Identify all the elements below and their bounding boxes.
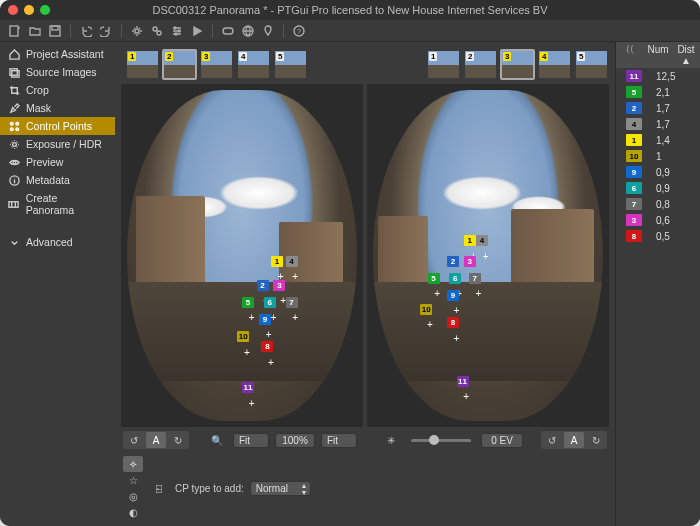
control-point-4[interactable]: 4 [286,256,298,267]
zoom-fit-select[interactable]: Fit [233,433,269,448]
ev-slider[interactable] [411,439,471,442]
zoom-percent-input[interactable]: 100% [275,433,315,448]
control-point-5[interactable]: 5 [242,297,254,308]
sidebar-item-metadata[interactable]: Metadata [0,171,115,189]
table-row[interactable]: 1112,5 [616,68,700,84]
control-point-8[interactable]: 8 [261,341,273,352]
gear-icon[interactable] [128,23,146,39]
table-row[interactable]: 41,7 [616,116,700,132]
thumb-right-4[interactable]: 4 [537,49,572,80]
table-header-dist[interactable]: Dist ▲ [672,44,700,66]
target-tool-button[interactable]: ◎ [123,488,143,504]
redo-icon[interactable] [97,23,115,39]
table-row[interactable]: 80,5 [616,228,700,244]
sidebar-item-preview[interactable]: Preview [0,153,115,171]
sidebar-item-source-images[interactable]: Source Images [0,63,115,81]
control-point-1[interactable]: 1 [271,256,283,267]
auto-button-right[interactable]: A [564,432,584,448]
thumb-left-3[interactable]: 3 [199,49,234,80]
table-row[interactable]: 60,9 [616,180,700,196]
thumb-right-5[interactable]: 5 [574,49,609,80]
control-point-8[interactable]: 8 [447,317,459,328]
control-point-1[interactable]: 1 [464,235,476,246]
control-point-6[interactable]: 6 [264,297,276,308]
sidebar-item-exposure-hdr[interactable]: Exposure / HDR [0,135,115,153]
globe-icon[interactable] [239,23,257,39]
undo-icon[interactable] [77,23,95,39]
open-icon[interactable] [26,23,44,39]
control-point-3[interactable]: 3 [273,280,285,291]
table-prev-button[interactable]: ⟨⟨ [616,44,644,66]
cp-cross-icon: + [463,391,469,402]
control-point-10[interactable]: 10 [420,304,432,315]
auto-button-left[interactable]: A [146,432,166,448]
rotate-ccw-button-right[interactable]: ↺ [542,432,562,448]
thumb-left-4[interactable]: 4 [236,49,271,80]
control-point-7[interactable]: 7 [469,273,481,284]
control-point-9[interactable]: 9 [447,290,459,301]
table-header-num[interactable]: Num [644,44,672,66]
control-point-11[interactable]: 11 [457,376,469,387]
rotate-cw-button-right[interactable]: ↻ [586,432,606,448]
link-icon[interactable] [148,23,166,39]
thumbnail-strips: 12345 12345 [115,42,615,84]
panorama-icon[interactable] [219,23,237,39]
thumb-right-2[interactable]: 2 [463,49,498,80]
rotate-cw-button[interactable]: ↻ [168,432,188,448]
sidebar-item-project-assistant[interactable]: Project Assistant [0,45,115,63]
sidebar-item-create-panorama[interactable]: Create Panorama [0,189,115,219]
control-point-6[interactable]: 6 [449,273,461,284]
sliders-icon[interactable] [168,23,186,39]
control-point-10[interactable]: 10 [237,331,249,342]
cp-cross-icon: + [434,288,440,299]
play-icon[interactable] [188,23,206,39]
cp-type-select[interactable]: Normal ▴▾ [250,481,311,496]
wand-tool-button[interactable]: ✧ [123,456,143,472]
cp-badge: 10 [626,150,642,162]
rotate-ccw-button[interactable]: ↺ [124,432,144,448]
thumb-right-3[interactable]: 3 [500,49,535,80]
cp-distance: 0,9 [652,183,700,194]
thumb-left-5[interactable]: 5 [273,49,308,80]
pin-icon[interactable] [259,23,277,39]
cp-cross-icon: + [268,356,274,367]
sidebar-item-crop[interactable]: Crop [0,81,115,99]
control-point-11[interactable]: 11 [242,382,254,393]
cp-cross-icon: + [292,312,298,323]
control-point-9[interactable]: 9 [259,314,271,325]
table-row[interactable]: 70,8 [616,196,700,212]
new-project-icon[interactable] [6,23,24,39]
save-icon[interactable] [46,23,64,39]
table-row[interactable]: 11,4 [616,132,700,148]
view-toolbar: ↺ A ↻ 🔍 Fit 100% Fit ✳ 0 EV ↺ [115,427,615,453]
cp-distance: 1,7 [652,103,700,114]
ev-value-input[interactable]: 0 EV [481,433,523,448]
sidebar-item-control-points[interactable]: Control Points [0,117,115,135]
sidebar-item-advanced[interactable]: Advanced [0,233,115,251]
zoom-icon[interactable]: 🔍 [207,432,227,448]
sidebar-item-mask[interactable]: Mask [0,99,115,117]
link-tool-button[interactable]: ⍇ [149,480,169,496]
control-point-7[interactable]: 7 [286,297,298,308]
help-icon[interactable]: ? [290,23,308,39]
image-pane-left[interactable]: 1+4+2+3+5+6+7+9+10+8+11+ [121,84,363,427]
table-row[interactable]: 21,7 [616,100,700,116]
thumb-left-2[interactable]: 2 [162,49,197,80]
star-tool-button[interactable]: ☆ [123,472,143,488]
control-point-3[interactable]: 3 [464,256,476,267]
table-row[interactable]: 52,1 [616,84,700,100]
cp-cross-icon: + [249,397,255,408]
thumb-left-1[interactable]: 1 [125,49,160,80]
table-row[interactable]: 90,9 [616,164,700,180]
control-point-5[interactable]: 5 [428,273,440,284]
contrast-tool-button[interactable]: ◐ [123,504,143,520]
control-point-4[interactable]: 4 [476,235,488,246]
table-row[interactable]: 30,6 [616,212,700,228]
zoom-fit-button[interactable]: Fit [321,433,357,448]
table-row[interactable]: 101 [616,148,700,164]
control-point-2[interactable]: 2 [257,280,269,291]
image-pane-right[interactable]: 1+4+2+3+5+6+7+9+10+8+11+ [367,84,609,427]
control-point-2[interactable]: 2 [447,256,459,267]
thumb-right-1[interactable]: 1 [426,49,461,80]
svg-point-6 [174,27,176,29]
